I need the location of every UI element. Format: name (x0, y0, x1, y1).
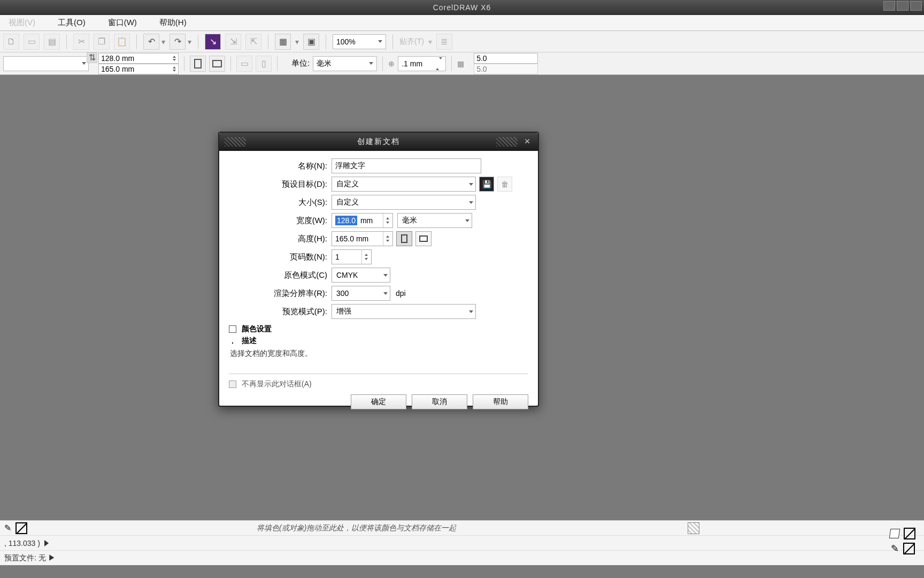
pages-spinner[interactable] (361, 250, 370, 264)
minimize-button[interactable] (883, 1, 895, 11)
paste-button[interactable]: 📋 (114, 34, 130, 50)
page-size-combo[interactable] (3, 56, 89, 71)
orientation-portrait-button[interactable] (396, 231, 412, 246)
preset-status: 预置文件: 无 ▶ (4, 553, 56, 563)
height-label: 高度(H): (229, 234, 332, 244)
width-unit-combo[interactable]: 毫米 (397, 213, 472, 228)
resolution-label: 渲染分辨率(R): (229, 288, 332, 299)
close-button[interactable] (910, 1, 922, 11)
separator (392, 34, 393, 49)
save-button[interactable]: ▤ (44, 34, 60, 50)
redo-button[interactable]: ↷ (170, 34, 186, 50)
color-settings-label: 颜色设置 (242, 324, 272, 334)
options-button[interactable]: ≣ (436, 34, 452, 50)
welcome-button[interactable]: ▣ (303, 34, 319, 50)
no-color-swatch[interactable] (16, 522, 27, 534)
name-value: 浮雕文字 (335, 161, 365, 171)
play-icon[interactable] (44, 540, 49, 546)
landscape-button[interactable] (209, 56, 225, 72)
preview-label: 预览模式(P): (229, 307, 332, 317)
name-label: 名称(N): (229, 161, 332, 171)
dialog-title: 创建新文档 (357, 137, 400, 147)
import-button[interactable]: ↘ (205, 34, 221, 50)
snap-dropdown-icon[interactable]: ▾ (428, 37, 432, 46)
color-palette-bar: ✎ 将填色(或对象)拖动至此处，以便将该颜色与文档存储在一起 (0, 520, 924, 535)
new-button[interactable]: 🗋 (3, 34, 19, 50)
menu-view[interactable]: 视图(V) (4, 16, 40, 30)
save-preset-button[interactable]: 💾 (479, 177, 494, 192)
cut-button[interactable]: ✂ (73, 34, 89, 50)
pages-input[interactable]: 1 (332, 249, 372, 264)
orientation-landscape-button[interactable] (415, 231, 432, 246)
name-input[interactable]: 浮雕文字 (332, 158, 481, 173)
dup-x-field[interactable]: 5.0 (474, 53, 538, 64)
publish-button[interactable]: ⇱ (245, 34, 261, 50)
ok-button[interactable]: 确定 (351, 394, 406, 409)
app-title: CorelDRAW X6 (433, 3, 491, 12)
close-icon[interactable]: × (522, 136, 534, 148)
size-combo[interactable]: 自定义 (332, 195, 476, 210)
nudge-value: .1 mm (402, 59, 422, 68)
link-dims-icon[interactable]: ⇅ (87, 52, 97, 63)
delete-preset-button[interactable]: 🗑 (497, 177, 512, 192)
unit-combo[interactable]: 毫米 (313, 56, 377, 71)
snap-label: 贴齐(T) (399, 37, 424, 47)
separator (382, 56, 383, 71)
menu-tools[interactable]: 工具(O) (53, 16, 90, 30)
launch-button[interactable]: ▦ (275, 34, 291, 50)
separator (66, 34, 67, 49)
portrait-button[interactable] (190, 56, 206, 72)
separator (451, 56, 452, 71)
separator (268, 34, 268, 49)
width-spinner[interactable] (383, 214, 391, 227)
undo-button[interactable]: ↶ (143, 34, 159, 50)
all-pages-button[interactable]: ▭ (236, 56, 252, 72)
menu-help[interactable]: 帮助(H) (155, 16, 191, 30)
dialog-titlebar[interactable]: 创建新文档 × (219, 133, 538, 151)
width-input[interactable]: 128.0 mm (332, 213, 393, 228)
height-spinner[interactable] (383, 232, 391, 246)
width-label: 宽度(W): (229, 216, 332, 226)
separator (198, 34, 198, 49)
landscape-icon (419, 235, 428, 242)
zoom-level[interactable]: 100% (333, 34, 386, 49)
help-button[interactable]: 帮助 (473, 394, 528, 409)
window-buttons (883, 1, 922, 11)
colormode-combo[interactable]: CMYK (332, 268, 390, 283)
no-outline-swatch[interactable] (903, 543, 915, 554)
dup-y-field[interactable]: 5.0 (474, 64, 538, 74)
open-button[interactable]: ▭ (24, 34, 40, 50)
pen-icon[interactable]: ✎ (4, 523, 11, 533)
menu-window[interactable]: 窗口(W) (104, 16, 141, 30)
color-settings-expander[interactable]: 颜色设置 (229, 324, 528, 334)
color-swatch[interactable] (688, 522, 699, 534)
no-fill-swatch[interactable] (904, 528, 915, 539)
page-width-field[interactable]: 128.0 mm (98, 53, 179, 64)
description-expander[interactable]: . 描述 (229, 336, 528, 346)
maximize-button[interactable] (897, 1, 908, 11)
coords-value: , 113.033 ) (4, 539, 40, 547)
launch-dropdown-icon[interactable]: ▾ (295, 37, 299, 46)
zoom-value: 100% (336, 37, 356, 46)
copy-button[interactable]: ❐ (94, 34, 110, 50)
cancel-button[interactable]: 取消 (412, 394, 467, 409)
size-label: 大小(S): (229, 197, 332, 208)
fill-bucket-icon[interactable] (889, 529, 900, 538)
dont-show-checkbox[interactable]: 不再显示此对话框(A) (229, 379, 528, 389)
nudge-field[interactable]: .1 mm (398, 56, 446, 71)
resolution-value: 300 (336, 289, 349, 298)
preset-combo[interactable]: 自定义 (332, 177, 476, 192)
preview-combo[interactable]: 增强 (332, 304, 476, 319)
export-button[interactable]: ⇲ (225, 34, 241, 50)
undo-dropdown-icon[interactable]: ▾ (161, 37, 165, 46)
status-preset: 预置文件: 无 ▶ (0, 550, 924, 565)
chevron-down-icon (369, 62, 373, 65)
colormode-value: CMYK (336, 271, 358, 279)
outline-pen-icon[interactable]: ✎ (891, 543, 899, 554)
page-height-field[interactable]: 165.0 mm (98, 64, 179, 74)
height-input[interactable]: 165.0 mm (332, 231, 393, 246)
redo-dropdown-icon[interactable]: ▾ (188, 37, 191, 46)
expand-icon: . (229, 337, 236, 345)
resolution-combo[interactable]: 300 (332, 286, 390, 301)
current-page-button[interactable]: ▯ (256, 56, 272, 72)
